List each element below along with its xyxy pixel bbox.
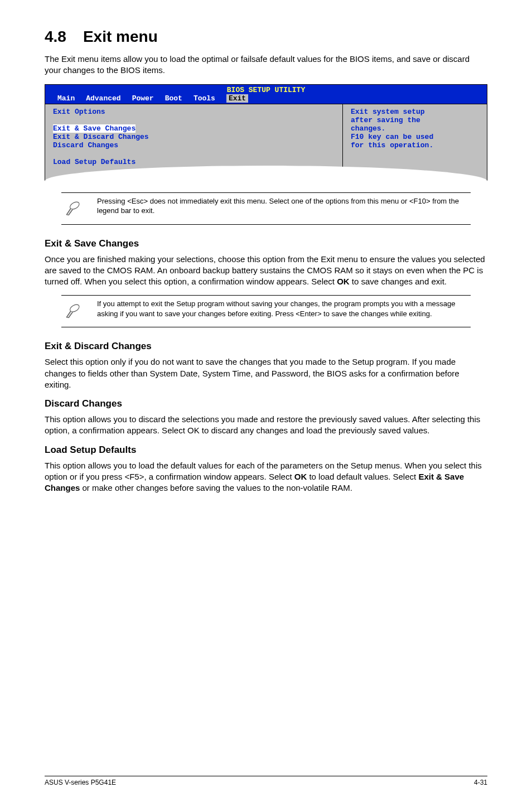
text-span: to save changes and exit. bbox=[350, 277, 447, 286]
bios-help-line: after saving the bbox=[351, 116, 479, 124]
subsection-save-text: Once you are finished making your select… bbox=[45, 254, 487, 288]
subsection-save-title: Exit & Save Changes bbox=[45, 238, 487, 249]
note-text: If you attempt to exit the Setup program… bbox=[97, 299, 468, 318]
bios-tab-main: Main bbox=[57, 94, 75, 103]
section-title: Exit menu bbox=[83, 28, 158, 46]
bios-help-line: changes. bbox=[351, 124, 479, 133]
bios-item-save: Exit & Save Changes bbox=[53, 124, 136, 133]
bios-tab-tools: Tools bbox=[194, 94, 215, 103]
bios-tab-exit: Exit bbox=[226, 94, 248, 103]
bios-tab-power: Power bbox=[132, 94, 154, 103]
bios-tab-bar: Main Advanced Power Boot Tools Exit bbox=[45, 94, 487, 104]
text-span: to discard any changes and load the prev… bbox=[200, 426, 430, 435]
bios-help-line: for this operation. bbox=[351, 141, 479, 149]
bios-item-defaults: Load Setup Defaults bbox=[53, 158, 335, 166]
ok-text: OK bbox=[187, 426, 200, 435]
text-span: or make other changes before saving the … bbox=[80, 483, 352, 492]
ok-bold: OK bbox=[337, 277, 350, 286]
subsection-discard-text: This option allows you to discard the se… bbox=[45, 414, 487, 437]
subsection-discard-exit-title: Exit & Discard Changes bbox=[45, 341, 487, 352]
section-number: 4.8 bbox=[45, 28, 66, 46]
footer: ASUS V-series P5G41E 4-31 bbox=[45, 776, 487, 786]
bios-item-discard: Discard Changes bbox=[53, 141, 335, 149]
subsection-defaults-title: Load Setup Defaults bbox=[45, 445, 487, 456]
bios-item-discard-exit: Exit & Discard Changes bbox=[53, 133, 335, 141]
subsection-discard-exit-text: Select this option only if you do not wa… bbox=[45, 356, 487, 390]
footer-left: ASUS V-series P5G41E bbox=[45, 779, 116, 786]
footer-page-number: 4-31 bbox=[474, 779, 487, 786]
note-block: Pressing <Esc> does not immediately exit… bbox=[61, 192, 471, 225]
bios-title: BIOS SETUP UTILITY bbox=[45, 85, 487, 94]
bios-tab-boot: Boot bbox=[165, 94, 182, 103]
note-text: Pressing <Esc> does not immediately exit… bbox=[97, 196, 468, 216]
bios-left-heading: Exit Options bbox=[53, 108, 335, 116]
bios-help-line: Exit system setup bbox=[351, 108, 479, 116]
subsection-discard-title: Discard Changes bbox=[45, 398, 487, 409]
bios-help-line: F10 key can be used bbox=[351, 133, 479, 141]
bios-tab-advanced: Advanced bbox=[86, 94, 120, 103]
subsection-defaults-text: This option allows you to load the defau… bbox=[45, 460, 487, 494]
note-block: If you attempt to exit the Setup program… bbox=[61, 295, 471, 327]
pencil-icon bbox=[64, 196, 84, 221]
pencil-icon bbox=[64, 299, 84, 323]
text-span: to load default values. Select bbox=[307, 472, 418, 481]
intro-paragraph: The Exit menu items allow you to load th… bbox=[45, 54, 487, 76]
bios-screenshot: BIOS SETUP UTILITY Main Advanced Power B… bbox=[45, 84, 487, 181]
ok-bold: OK bbox=[294, 472, 307, 481]
